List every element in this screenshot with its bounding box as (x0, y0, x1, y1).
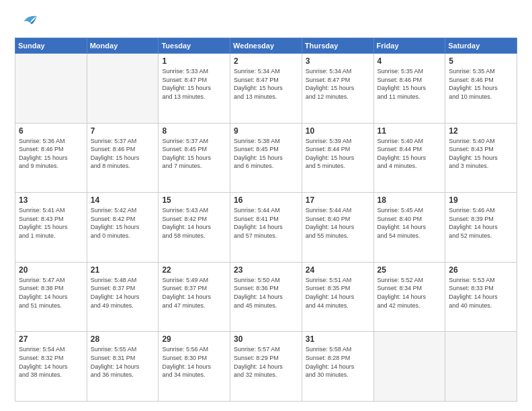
weekday-header-friday: Friday (373, 38, 445, 54)
calendar-cell (373, 332, 445, 402)
weekday-header-wednesday: Wednesday (230, 38, 302, 54)
calendar-cell: 26Sunrise: 5:53 AM Sunset: 8:33 PM Dayli… (445, 262, 517, 332)
day-info: Sunrise: 5:34 AM Sunset: 8:47 PM Dayligh… (306, 67, 370, 101)
day-number: 22 (162, 265, 226, 275)
header (15, 12, 517, 32)
calendar-header-row: SundayMondayTuesdayWednesdayThursdayFrid… (15, 38, 517, 54)
day-number: 2 (234, 56, 298, 66)
day-number: 24 (306, 265, 370, 275)
calendar-cell: 10Sunrise: 5:39 AM Sunset: 8:44 PM Dayli… (302, 123, 373, 193)
calendar-week-3: 13Sunrise: 5:41 AM Sunset: 8:43 PM Dayli… (15, 193, 517, 263)
day-info: Sunrise: 5:42 AM Sunset: 8:42 PM Dayligh… (91, 206, 155, 240)
day-info: Sunrise: 5:54 AM Sunset: 8:32 PM Dayligh… (19, 345, 83, 379)
day-info: Sunrise: 5:50 AM Sunset: 8:36 PM Dayligh… (234, 276, 298, 310)
calendar-cell: 21Sunrise: 5:48 AM Sunset: 8:37 PM Dayli… (87, 262, 159, 332)
weekday-header-saturday: Saturday (445, 38, 517, 54)
calendar-cell: 17Sunrise: 5:44 AM Sunset: 8:40 PM Dayli… (302, 193, 373, 263)
calendar-week-2: 6Sunrise: 5:36 AM Sunset: 8:46 PM Daylig… (15, 123, 517, 193)
calendar-cell: 18Sunrise: 5:45 AM Sunset: 8:40 PM Dayli… (373, 193, 445, 263)
day-info: Sunrise: 5:37 AM Sunset: 8:45 PM Dayligh… (162, 137, 226, 171)
day-number: 16 (234, 195, 298, 205)
day-number: 12 (449, 126, 513, 136)
day-number: 25 (378, 265, 442, 275)
calendar-cell: 6Sunrise: 5:36 AM Sunset: 8:46 PM Daylig… (15, 123, 87, 193)
day-number: 9 (234, 126, 298, 136)
day-number: 10 (306, 126, 370, 136)
day-number: 13 (19, 195, 83, 205)
day-info: Sunrise: 5:53 AM Sunset: 8:33 PM Dayligh… (449, 276, 513, 310)
calendar-cell: 4Sunrise: 5:35 AM Sunset: 8:46 PM Daylig… (373, 54, 445, 124)
calendar-week-5: 27Sunrise: 5:54 AM Sunset: 8:32 PM Dayli… (15, 332, 517, 402)
day-number: 17 (306, 195, 370, 205)
day-info: Sunrise: 5:56 AM Sunset: 8:30 PM Dayligh… (162, 345, 226, 379)
calendar-cell: 25Sunrise: 5:52 AM Sunset: 8:34 PM Dayli… (373, 262, 445, 332)
day-info: Sunrise: 5:57 AM Sunset: 8:29 PM Dayligh… (234, 345, 298, 379)
calendar-week-1: 1Sunrise: 5:33 AM Sunset: 8:47 PM Daylig… (15, 54, 517, 124)
weekday-header-monday: Monday (87, 38, 159, 54)
calendar-cell: 5Sunrise: 5:35 AM Sunset: 8:46 PM Daylig… (445, 54, 517, 124)
day-info: Sunrise: 5:43 AM Sunset: 8:42 PM Dayligh… (162, 206, 226, 240)
calendar-cell: 20Sunrise: 5:47 AM Sunset: 8:38 PM Dayli… (15, 262, 87, 332)
day-info: Sunrise: 5:58 AM Sunset: 8:28 PM Dayligh… (306, 345, 370, 379)
day-info: Sunrise: 5:36 AM Sunset: 8:46 PM Dayligh… (19, 137, 83, 171)
calendar-cell: 22Sunrise: 5:49 AM Sunset: 8:37 PM Dayli… (159, 262, 230, 332)
day-info: Sunrise: 5:55 AM Sunset: 8:31 PM Dayligh… (91, 345, 155, 379)
day-info: Sunrise: 5:44 AM Sunset: 8:40 PM Dayligh… (306, 206, 370, 240)
day-number: 20 (19, 265, 83, 275)
calendar-cell: 23Sunrise: 5:50 AM Sunset: 8:36 PM Dayli… (230, 262, 302, 332)
day-info: Sunrise: 5:46 AM Sunset: 8:39 PM Dayligh… (449, 206, 513, 240)
day-number: 6 (19, 126, 83, 136)
logo-bird-icon (18, 9, 38, 30)
day-info: Sunrise: 5:37 AM Sunset: 8:46 PM Dayligh… (91, 137, 155, 171)
day-info: Sunrise: 5:51 AM Sunset: 8:35 PM Dayligh… (306, 276, 370, 310)
calendar-cell: 1Sunrise: 5:33 AM Sunset: 8:47 PM Daylig… (159, 54, 230, 124)
calendar-cell: 27Sunrise: 5:54 AM Sunset: 8:32 PM Dayli… (15, 332, 87, 402)
calendar-cell (15, 54, 87, 124)
day-info: Sunrise: 5:49 AM Sunset: 8:37 PM Dayligh… (162, 276, 226, 310)
day-info: Sunrise: 5:40 AM Sunset: 8:43 PM Dayligh… (449, 137, 513, 171)
day-number: 4 (378, 56, 442, 66)
day-info: Sunrise: 5:33 AM Sunset: 8:47 PM Dayligh… (162, 67, 226, 101)
day-number: 28 (91, 334, 155, 344)
day-number: 30 (234, 334, 298, 344)
day-info: Sunrise: 5:35 AM Sunset: 8:46 PM Dayligh… (449, 67, 513, 101)
calendar-cell: 9Sunrise: 5:38 AM Sunset: 8:45 PM Daylig… (230, 123, 302, 193)
day-info: Sunrise: 5:39 AM Sunset: 8:44 PM Dayligh… (306, 137, 370, 171)
calendar-cell (445, 332, 517, 402)
day-number: 29 (162, 334, 226, 344)
calendar-cell (87, 54, 159, 124)
calendar-cell: 2Sunrise: 5:34 AM Sunset: 8:47 PM Daylig… (230, 54, 302, 124)
calendar-cell: 28Sunrise: 5:55 AM Sunset: 8:31 PM Dayli… (87, 332, 159, 402)
logo (15, 12, 38, 32)
weekday-header-thursday: Thursday (302, 38, 373, 54)
page: SundayMondayTuesdayWednesdayThursdayFrid… (0, 0, 532, 411)
calendar-cell: 30Sunrise: 5:57 AM Sunset: 8:29 PM Dayli… (230, 332, 302, 402)
day-info: Sunrise: 5:52 AM Sunset: 8:34 PM Dayligh… (378, 276, 442, 310)
day-info: Sunrise: 5:34 AM Sunset: 8:47 PM Dayligh… (234, 67, 298, 101)
day-number: 11 (378, 126, 442, 136)
day-info: Sunrise: 5:47 AM Sunset: 8:38 PM Dayligh… (19, 276, 83, 310)
calendar-cell: 16Sunrise: 5:44 AM Sunset: 8:41 PM Dayli… (230, 193, 302, 263)
day-number: 15 (162, 195, 226, 205)
calendar-cell: 31Sunrise: 5:58 AM Sunset: 8:28 PM Dayli… (302, 332, 373, 402)
day-number: 21 (91, 265, 155, 275)
calendar-cell: 29Sunrise: 5:56 AM Sunset: 8:30 PM Dayli… (159, 332, 230, 402)
calendar-cell: 8Sunrise: 5:37 AM Sunset: 8:45 PM Daylig… (159, 123, 230, 193)
day-info: Sunrise: 5:41 AM Sunset: 8:43 PM Dayligh… (19, 206, 83, 240)
calendar-cell: 12Sunrise: 5:40 AM Sunset: 8:43 PM Dayli… (445, 123, 517, 193)
calendar-cell: 14Sunrise: 5:42 AM Sunset: 8:42 PM Dayli… (87, 193, 159, 263)
day-info: Sunrise: 5:44 AM Sunset: 8:41 PM Dayligh… (234, 206, 298, 240)
day-number: 14 (91, 195, 155, 205)
day-number: 1 (162, 56, 226, 66)
day-info: Sunrise: 5:48 AM Sunset: 8:37 PM Dayligh… (91, 276, 155, 310)
calendar-cell: 13Sunrise: 5:41 AM Sunset: 8:43 PM Dayli… (15, 193, 87, 263)
day-number: 8 (162, 126, 226, 136)
day-number: 26 (449, 265, 513, 275)
day-number: 7 (91, 126, 155, 136)
calendar-cell: 3Sunrise: 5:34 AM Sunset: 8:47 PM Daylig… (302, 54, 373, 124)
day-number: 5 (449, 56, 513, 66)
weekday-header-sunday: Sunday (15, 38, 87, 54)
day-info: Sunrise: 5:45 AM Sunset: 8:40 PM Dayligh… (378, 206, 442, 240)
day-info: Sunrise: 5:35 AM Sunset: 8:46 PM Dayligh… (378, 67, 442, 101)
calendar-cell: 11Sunrise: 5:40 AM Sunset: 8:44 PM Dayli… (373, 123, 445, 193)
